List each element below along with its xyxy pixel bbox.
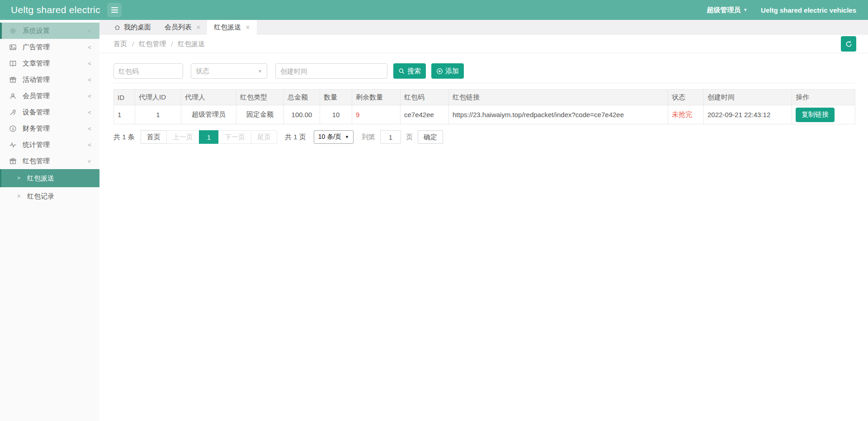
copy-link-button[interactable]: 复制链接 xyxy=(796,108,835,122)
cell-agent: 超级管理员 xyxy=(181,105,236,124)
sidebar-item-article-management[interactable]: 文章管理 < xyxy=(0,55,99,71)
cell-remaining: 9 xyxy=(352,105,401,124)
redpacket-code-input[interactable] xyxy=(113,63,183,79)
add-button[interactable]: 添加 xyxy=(431,63,464,79)
column-header-remaining: 剩余数量 xyxy=(352,90,401,105)
sidebar-item-label: 文章管理 xyxy=(23,59,88,68)
cell-total-amount: 100.00 xyxy=(284,105,320,124)
sidebar-subitem-redpacket-send[interactable]: > 红包派送 xyxy=(0,169,99,187)
close-icon[interactable]: × xyxy=(196,24,200,31)
confirm-button[interactable]: 确定 xyxy=(418,130,443,144)
pagination: 共 1 条 首页 上一页 1 下一页 尾页 共 1 页 10 条/页 ▼ 到第 … xyxy=(113,130,855,144)
image-icon xyxy=(9,43,17,51)
refresh-button[interactable] xyxy=(841,36,856,52)
cell-agent-id: 1 xyxy=(135,105,181,124)
plus-circle-icon xyxy=(436,68,443,75)
table-header-row: ID 代理人ID 代理人 红包类型 总金额 数量 剩余数量 红包码 红包链接 状… xyxy=(114,90,855,105)
chevron-down-icon: ▼ xyxy=(345,135,349,139)
chevron-left-icon: < xyxy=(88,93,91,99)
sidebar-item-finance-management[interactable]: $ 财务管理 < xyxy=(0,120,99,137)
sidebar-subitem-redpacket-records[interactable]: > 红包记录 xyxy=(0,187,99,205)
column-header-agent: 代理人 xyxy=(181,90,236,105)
column-header-actions: 操作 xyxy=(792,90,855,105)
page-content: 状态 ▼ 搜索 添加 xyxy=(99,53,868,144)
sidebar-toggle-button[interactable] xyxy=(107,3,122,17)
tab-member-list[interactable]: 会员列表 × xyxy=(158,20,207,35)
chevron-left-icon: < xyxy=(88,28,91,34)
breadcrumb-bar: 首页 / 红包管理 / 红包派送 xyxy=(99,35,868,53)
breadcrumb: 首页 / 红包管理 / 红包派送 xyxy=(113,40,205,48)
status-select-value: 状态 xyxy=(196,67,258,76)
page-count-label: 共 1 页 xyxy=(285,133,306,142)
cell-id: 1 xyxy=(114,105,135,124)
sidebar-item-activity-management[interactable]: 活动管理 < xyxy=(0,71,99,88)
table-row: 1 1 超级管理员 固定金额 100.00 10 9 ce7e42ee http… xyxy=(114,105,855,124)
users-icon xyxy=(9,92,17,100)
tab-redpacket-send[interactable]: 红包派送 × xyxy=(207,20,256,35)
breadcrumb-redpacket-management[interactable]: 红包管理 xyxy=(139,40,166,48)
tab-label: 会员列表 xyxy=(165,23,192,32)
cell-code: ce7e42ee xyxy=(401,105,449,124)
home-icon xyxy=(114,24,121,31)
user-name: 超级管理员 xyxy=(707,6,741,14)
column-header-create-time: 创建时间 xyxy=(704,90,792,105)
sidebar-item-label: 财务管理 xyxy=(23,124,88,133)
last-page-button[interactable]: 尾页 xyxy=(251,130,277,144)
goto-page-suffix: 页 xyxy=(406,133,413,142)
sidebar-item-device-management[interactable]: 设备管理 < xyxy=(0,104,99,120)
chevron-left-icon: < xyxy=(88,142,91,148)
gift-icon xyxy=(9,76,17,84)
status-select[interactable]: 状态 ▼ xyxy=(191,63,267,79)
tab-label: 我的桌面 xyxy=(124,23,151,32)
goto-page-input[interactable] xyxy=(380,130,401,144)
sidebar-item-system-settings[interactable]: 系统设置 < xyxy=(0,23,99,39)
refresh-icon xyxy=(845,40,853,48)
redpacket-table: ID 代理人ID 代理人 红包类型 总金额 数量 剩余数量 红包码 红包链接 状… xyxy=(113,89,855,124)
breadcrumb-redpacket-send: 红包派送 xyxy=(178,40,205,48)
top-header: Ueltg shared electric 超级管理员 ▼ Ueltg shar… xyxy=(0,0,868,20)
prev-page-button[interactable]: 上一页 xyxy=(166,130,199,144)
cell-create-time: 2022-09-21 22:43:12 xyxy=(704,105,792,124)
column-header-total-amount: 总金额 xyxy=(284,90,320,105)
dollar-icon: $ xyxy=(9,125,17,132)
chevron-left-icon: < xyxy=(88,109,91,116)
first-page-button[interactable]: 首页 xyxy=(141,130,167,144)
redpacket-icon xyxy=(9,157,17,165)
current-page-button[interactable]: 1 xyxy=(199,130,219,144)
column-header-quantity: 数量 xyxy=(320,90,352,105)
search-button-label: 搜索 xyxy=(407,67,421,76)
create-time-input[interactable] xyxy=(275,63,387,79)
sidebar-menu: 系统设置 < 广告管理 < 文章管理 < xyxy=(0,20,99,205)
sidebar-item-stats-management[interactable]: 统计管理 < xyxy=(0,137,99,153)
breadcrumb-separator: / xyxy=(132,40,134,48)
goto-page-prefix: 到第 xyxy=(362,133,375,142)
cell-actions: 复制链接 xyxy=(792,105,855,124)
admin-app: Ueltg shared electric 超级管理员 ▼ Ueltg shar… xyxy=(0,0,868,421)
sidebar-item-redpacket-management[interactable]: 红包管理 > xyxy=(0,153,99,169)
pulse-chart-icon xyxy=(9,141,17,149)
next-page-button[interactable]: 下一页 xyxy=(218,130,251,144)
search-button[interactable]: 搜索 xyxy=(393,63,426,79)
tab-my-desktop[interactable]: 我的桌面 xyxy=(107,20,158,35)
sidebar-item-label: 设备管理 xyxy=(23,108,88,117)
tab-label: 红包派送 xyxy=(214,23,241,32)
breadcrumb-home[interactable]: 首页 xyxy=(113,40,127,48)
search-icon xyxy=(398,68,405,75)
sidebar-item-member-management[interactable]: 会员管理 < xyxy=(0,88,99,104)
tools-icon xyxy=(9,109,17,116)
cell-status: 未抢完 xyxy=(668,105,704,124)
chevron-left-icon: < xyxy=(88,60,91,67)
sidebar-item-label: 广告管理 xyxy=(23,43,88,52)
user-menu[interactable]: 超级管理员 ▼ xyxy=(707,6,747,14)
column-header-id: ID xyxy=(114,90,135,105)
topbar-right: 超级管理员 ▼ Ueltg shared electric vehicles xyxy=(707,6,856,14)
chevron-left-icon: < xyxy=(88,125,91,132)
chevron-left-icon: < xyxy=(88,76,91,83)
sidebar-subitem-label: 红包记录 xyxy=(27,192,54,201)
hamburger-icon xyxy=(111,7,118,13)
sidebar-item-label: 会员管理 xyxy=(23,92,88,100)
per-page-select[interactable]: 10 条/页 ▼ xyxy=(314,130,354,144)
close-icon[interactable]: × xyxy=(245,24,250,31)
sidebar-item-ad-management[interactable]: 广告管理 < xyxy=(0,39,99,55)
tab-bar: 我的桌面 会员列表 × 红包派送 × xyxy=(99,20,868,35)
